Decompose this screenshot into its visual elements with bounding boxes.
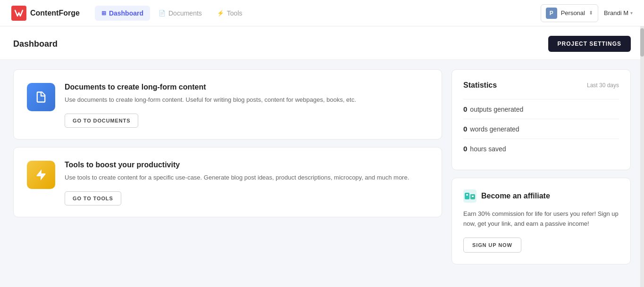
tools-card-icon	[27, 161, 55, 189]
statistics-period: Last 30 days	[587, 82, 619, 89]
nav-right: P Personal ⬍ Brandi M ▾	[541, 4, 633, 22]
affiliate-icon	[463, 189, 477, 203]
stat-outputs-label: outputs generated	[470, 106, 523, 113]
workspace-avatar: P	[546, 8, 557, 19]
logo[interactable]: ContentForge	[11, 6, 80, 21]
scrollbar[interactable]	[640, 26, 644, 274]
svg-rect-5	[472, 196, 474, 197]
project-settings-button[interactable]: PROJECT SETTINGS	[548, 36, 631, 52]
documents-card-icon	[27, 83, 55, 111]
logo-icon	[11, 6, 26, 21]
stat-row-words: 0 words generated	[463, 119, 619, 139]
statistics-card: Statistics Last 30 days 0 outputs genera…	[452, 69, 631, 170]
documents-card-title: Documents to create long-form content	[65, 83, 428, 91]
documents-icon: 📄	[159, 10, 166, 16]
stat-outputs-number: 0	[463, 105, 467, 113]
documents-card-description: Use documents to create long-form conten…	[65, 95, 428, 105]
tools-card-title: Tools to boost your productivity	[65, 161, 428, 169]
page-header: Dashboard PROJECT SETTINGS	[0, 26, 644, 60]
svg-rect-2	[465, 193, 469, 199]
dashboard-icon: ⊞	[101, 10, 106, 16]
affiliate-description: Earn 30% commission for life for users y…	[463, 209, 619, 229]
stat-hours-label: hours saved	[470, 145, 506, 153]
go-to-tools-button[interactable]: GO TO TOOLS	[65, 191, 121, 205]
nav-item-documents[interactable]: 📄 Documents	[152, 6, 209, 21]
nav-item-tools[interactable]: ⚡ Tools	[210, 6, 249, 21]
workspace-name: Personal	[561, 9, 585, 16]
tools-card-body: Tools to boost your productivity Use too…	[65, 161, 428, 205]
page-title: Dashboard	[13, 39, 58, 49]
stat-words-label: words generated	[470, 125, 519, 133]
tools-card-description: Use tools to create content for a specif…	[65, 173, 428, 183]
user-menu[interactable]: Brandi M ▾	[604, 9, 633, 16]
affiliate-card: Become an affiliate Earn 30% commission …	[452, 178, 631, 264]
workspace-chevron-icon: ⬍	[589, 10, 593, 16]
workspace-selector[interactable]: P Personal ⬍	[541, 4, 598, 22]
affiliate-title: Become an affiliate	[481, 192, 550, 200]
document-icon	[34, 90, 48, 104]
left-column: Documents to create long-form content Us…	[13, 69, 442, 264]
nav-links: ⊞ Dashboard 📄 Documents ⚡ Tools	[95, 6, 541, 21]
documents-card-body: Documents to create long-form content Us…	[65, 83, 428, 128]
scroll-thumb	[640, 28, 644, 57]
logo-text: ContentForge	[30, 9, 80, 17]
stat-words-number: 0	[463, 125, 467, 133]
statistics-title: Statistics	[463, 81, 497, 90]
nav-item-dashboard[interactable]: ⊞ Dashboard	[95, 6, 150, 21]
lightning-icon	[34, 168, 48, 181]
statistics-header: Statistics Last 30 days	[463, 81, 619, 90]
sign-up-now-button[interactable]: SIGN UP NOW	[463, 238, 521, 253]
tools-card: Tools to boost your productivity Use too…	[13, 147, 442, 217]
stat-row-outputs: 0 outputs generated	[463, 99, 619, 119]
stat-row-hours: 0 hours saved	[463, 139, 619, 158]
documents-card: Documents to create long-form content Us…	[13, 69, 442, 139]
right-column: Statistics Last 30 days 0 outputs genera…	[452, 69, 631, 264]
main-content: Documents to create long-form content Us…	[0, 60, 644, 274]
affiliate-header: Become an affiliate	[463, 189, 619, 203]
svg-rect-4	[466, 194, 468, 196]
user-chevron-icon: ▾	[630, 10, 633, 16]
stat-hours-number: 0	[463, 145, 467, 153]
tools-icon: ⚡	[217, 10, 224, 16]
top-navigation: ContentForge ⊞ Dashboard 📄 Documents ⚡ T…	[0, 0, 644, 26]
go-to-documents-button[interactable]: GO TO DOCUMENTS	[65, 114, 138, 128]
